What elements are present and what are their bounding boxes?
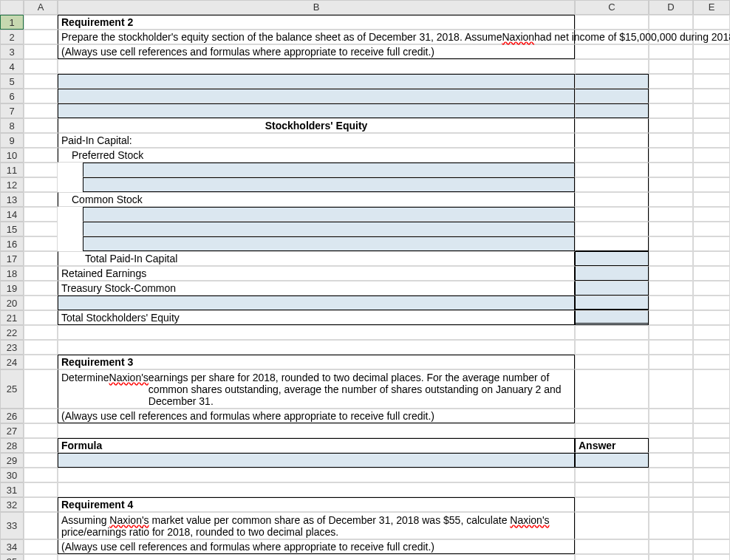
cell-B4[interactable] bbox=[58, 59, 575, 74]
cell-C29-input[interactable] bbox=[575, 453, 649, 468]
cell-A9[interactable] bbox=[24, 133, 58, 148]
cell-A29[interactable] bbox=[24, 453, 58, 468]
cell-D30[interactable] bbox=[649, 468, 693, 482]
cell-A26[interactable] bbox=[24, 409, 58, 423]
cell-C26[interactable] bbox=[575, 409, 649, 423]
cell-B23[interactable] bbox=[58, 340, 575, 355]
cell-B9[interactable]: Paid-In Capital: bbox=[58, 133, 575, 148]
row-header-7[interactable]: 7 bbox=[0, 103, 24, 118]
row-header-31[interactable]: 31 bbox=[0, 482, 24, 497]
col-header-A[interactable]: A bbox=[24, 0, 58, 15]
cell-A4[interactable] bbox=[24, 59, 58, 74]
cell-C32[interactable] bbox=[575, 497, 649, 512]
cell-B13[interactable]: Common Stock bbox=[58, 192, 575, 207]
cell-E16[interactable] bbox=[693, 236, 730, 251]
cell-A20[interactable] bbox=[24, 296, 58, 310]
cell-A2[interactable] bbox=[24, 30, 58, 44]
cell-B7[interactable] bbox=[58, 103, 575, 118]
cell-C5[interactable] bbox=[575, 74, 649, 89]
cell-B1[interactable]: Requirement 2 bbox=[58, 15, 575, 30]
cell-E24[interactable] bbox=[693, 355, 730, 369]
cell-C24[interactable] bbox=[575, 355, 649, 369]
cell-C19-input[interactable] bbox=[575, 281, 649, 296]
cell-A28[interactable] bbox=[24, 438, 58, 453]
cell-E10[interactable] bbox=[693, 148, 730, 163]
cell-E1[interactable] bbox=[693, 15, 730, 30]
cell-B19[interactable]: Treasury Stock-Common bbox=[58, 281, 575, 296]
cell-B29-input[interactable] bbox=[58, 453, 575, 468]
cell-E13[interactable] bbox=[693, 192, 730, 207]
cell-A34[interactable] bbox=[24, 539, 58, 554]
row-header-19[interactable]: 19 bbox=[0, 281, 24, 296]
cell-C22[interactable] bbox=[575, 325, 649, 340]
cell-B30[interactable] bbox=[58, 468, 575, 482]
cell-B27[interactable] bbox=[58, 423, 575, 438]
cell-D1[interactable] bbox=[649, 15, 693, 30]
cell-C28[interactable]: Answer bbox=[575, 438, 649, 453]
col-header-B[interactable]: B bbox=[58, 0, 575, 15]
cell-C9[interactable] bbox=[575, 133, 649, 148]
cell-D31[interactable] bbox=[649, 482, 693, 497]
cell-A14[interactable] bbox=[24, 207, 58, 222]
cell-C12[interactable] bbox=[575, 177, 649, 192]
row-header-21[interactable]: 21 bbox=[0, 310, 24, 325]
row-header-6[interactable]: 6 bbox=[0, 89, 24, 103]
cell-A16[interactable] bbox=[24, 236, 58, 251]
cell-E15[interactable] bbox=[693, 222, 730, 236]
row-header-33[interactable]: 33 bbox=[0, 512, 24, 539]
row-header-26[interactable]: 26 bbox=[0, 409, 24, 423]
cell-C6[interactable] bbox=[575, 89, 649, 103]
row-header-25[interactable]: 25 bbox=[0, 369, 24, 409]
cell-D21[interactable] bbox=[649, 310, 693, 325]
cell-D26[interactable] bbox=[649, 409, 693, 423]
cell-D28[interactable] bbox=[649, 438, 693, 453]
cell-E30[interactable] bbox=[693, 468, 730, 482]
col-header-C[interactable]: C bbox=[575, 0, 649, 15]
cell-A18[interactable] bbox=[24, 266, 58, 281]
cell-A17[interactable] bbox=[24, 251, 58, 266]
row-header-13[interactable]: 13 bbox=[0, 192, 24, 207]
cell-A1[interactable] bbox=[24, 15, 58, 30]
cell-E5[interactable] bbox=[693, 74, 730, 89]
cell-E8[interactable] bbox=[693, 118, 730, 133]
cell-A32[interactable] bbox=[24, 497, 58, 512]
cell-D18[interactable] bbox=[649, 266, 693, 281]
cell-A13[interactable] bbox=[24, 192, 58, 207]
cell-E33[interactable] bbox=[693, 512, 730, 539]
cell-D4[interactable] bbox=[649, 59, 693, 74]
cell-C16[interactable] bbox=[575, 236, 649, 251]
cell-E6[interactable] bbox=[693, 89, 730, 103]
cell-A25[interactable] bbox=[24, 369, 58, 409]
cell-B15-input[interactable] bbox=[83, 222, 575, 236]
cell-D25[interactable] bbox=[649, 369, 693, 409]
cell-D24[interactable] bbox=[649, 355, 693, 369]
cell-D17[interactable] bbox=[649, 251, 693, 266]
cell-E4[interactable] bbox=[693, 59, 730, 74]
cell-B21[interactable]: Total Stockholders' Equity bbox=[58, 310, 575, 325]
cell-C35[interactable] bbox=[575, 554, 649, 560]
cell-D23[interactable] bbox=[649, 340, 693, 355]
cell-B24[interactable]: Requirement 3 bbox=[58, 355, 575, 369]
cell-E26[interactable] bbox=[693, 409, 730, 423]
cell-B26[interactable]: (Always use cell references and formulas… bbox=[58, 409, 575, 423]
cell-D8[interactable] bbox=[649, 118, 693, 133]
cell-C18-input[interactable] bbox=[575, 266, 649, 281]
cell-B18[interactable]: Retained Earnings bbox=[58, 266, 575, 281]
cell-E7[interactable] bbox=[693, 103, 730, 118]
cell-A3[interactable] bbox=[24, 44, 58, 59]
cell-A31[interactable] bbox=[24, 482, 58, 497]
cell-D20[interactable] bbox=[649, 296, 693, 310]
cell-E9[interactable] bbox=[693, 133, 730, 148]
cell-B6[interactable] bbox=[58, 89, 575, 103]
cell-B32[interactable]: Requirement 4 bbox=[58, 497, 575, 512]
cell-A12[interactable] bbox=[24, 177, 58, 192]
row-header-3[interactable]: 3 bbox=[0, 44, 24, 59]
cell-D15[interactable] bbox=[649, 222, 693, 236]
cell-A21[interactable] bbox=[24, 310, 58, 325]
cell-C14[interactable] bbox=[575, 207, 649, 222]
cell-A23[interactable] bbox=[24, 340, 58, 355]
cell-B10[interactable]: Preferred Stock bbox=[58, 148, 575, 163]
cell-E17[interactable] bbox=[693, 251, 730, 266]
cell-C7[interactable] bbox=[575, 103, 649, 118]
row-header-9[interactable]: 9 bbox=[0, 133, 24, 148]
